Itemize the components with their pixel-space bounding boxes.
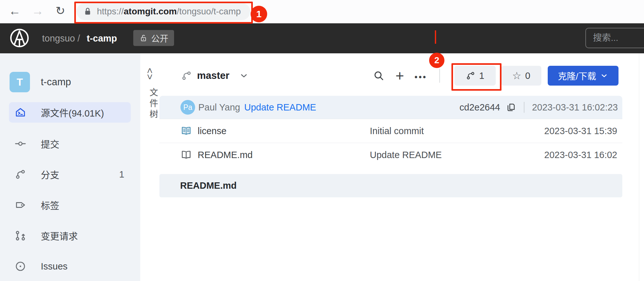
app-header: tongsuo / t-camp 公开 (0, 23, 644, 53)
sidebar-item-label: 提交 (41, 137, 59, 150)
repo-header: T t-camp (0, 72, 140, 92)
sidebar-item-label: 源文件(94.01K) (41, 106, 104, 119)
breadcrumb-repo[interactable]: t-camp (87, 23, 117, 53)
clone-download-label: 克隆/下载 (558, 69, 596, 82)
sidebar-item-source-files[interactable]: 源文件(94.01K) (9, 102, 131, 123)
star-icon: ☆ (512, 71, 522, 81)
file-table: Pa Paul Yang Update README cd2e2644 2023… (159, 96, 622, 167)
readme-title: README.md (180, 174, 622, 197)
file-name[interactable]: README.md (198, 143, 252, 167)
file-commit-message[interactable]: Initial commit (370, 119, 424, 143)
branch-count-badge: 1 (119, 169, 124, 180)
visibility-badge: 公开 (133, 30, 174, 46)
filetree-tab-label[interactable]: 文件树 (140, 88, 159, 120)
sidebar-item-issues[interactable]: Issues (9, 256, 131, 277)
star-count: 0 (525, 71, 530, 81)
repo-avatar: T (10, 72, 30, 92)
pull-request-icon (15, 230, 26, 241)
repo-main: master + ••• (159, 53, 644, 281)
divider (524, 102, 524, 113)
annotation-box-url (74, 2, 253, 24)
current-branch-label: master (197, 70, 230, 81)
add-file-icon[interactable]: + (393, 69, 406, 82)
annotation-box-branches (451, 63, 501, 91)
table-row-license[interactable]: license Initial commit 2023-03-31 15:39 (159, 119, 622, 143)
annotation-step-1: 1 (251, 6, 267, 22)
commit-icon (15, 138, 26, 149)
clone-download-button[interactable]: 克隆/下载 (548, 66, 618, 86)
toolbar-divider (439, 69, 440, 83)
home-code-icon (15, 107, 26, 118)
annotation-step-2: 2 (429, 53, 444, 68)
collapse-filetree-icon[interactable]: <> (142, 65, 158, 84)
commit-message-link[interactable]: Update README (244, 96, 316, 119)
sidebar-item-label: 标签 (41, 198, 59, 212)
breadcrumb-owner[interactable]: tongsuo (42, 23, 75, 53)
commit-hash[interactable]: cd2e2644 (459, 102, 500, 113)
repo-name: t-camp (41, 72, 71, 92)
file-name[interactable]: license (198, 119, 226, 143)
sidebar-item-label: 分支 (41, 168, 59, 181)
file-commit-time: 2023-03-31 15:39 (544, 119, 617, 143)
latest-commit-bar: Pa Paul Yang Update README cd2e2644 2023… (159, 96, 622, 119)
sidebar-item-commits[interactable]: 提交 (9, 133, 131, 154)
avatar: Pa (180, 100, 195, 115)
visibility-badge-label: 公开 (151, 32, 168, 44)
toolbar-icons: + ••• (372, 65, 427, 86)
chevron-down-icon (600, 72, 608, 80)
chevron-down-icon (239, 71, 249, 80)
commit-time: 2023-03-31 16:02:23 (532, 102, 618, 113)
tag-icon (15, 199, 26, 211)
atomgit-logo-icon[interactable] (10, 28, 29, 48)
copy-icon[interactable] (506, 102, 516, 112)
file-commit-time: 2023-03-31 16:02 (544, 143, 617, 167)
more-actions-icon[interactable]: ••• (414, 68, 427, 83)
search-input[interactable] (585, 28, 644, 48)
breadcrumb-separator: / (77, 23, 80, 53)
annotation-pointer-line (435, 30, 436, 44)
branch-icon (181, 70, 192, 81)
search-files-icon[interactable] (372, 69, 385, 82)
browser-reload-icon[interactable]: ↻ (52, 3, 69, 19)
screen: ← → ↻ https://atomgit.com/tongsuo/t-camp… (0, 0, 644, 281)
browser-forward-icon[interactable]: → (29, 3, 46, 19)
readme-book-icon (180, 149, 192, 161)
table-row-readme[interactable]: README.md Update README 2023-03-31 16:02 (159, 143, 622, 167)
sidebar-item-label: 变更请求 (41, 229, 78, 242)
branch-selector[interactable]: master (181, 65, 249, 86)
issue-icon (15, 261, 26, 272)
commit-meta: cd2e2644 2023-03-31 16:02:23 (459, 96, 618, 119)
sidebar-item-branches[interactable]: 分支 1 (9, 164, 131, 185)
sidebar-item-change-requests[interactable]: 变更请求 (9, 225, 131, 246)
sidebar-item-label: Issues (41, 261, 68, 272)
filetree-panel-tab: <> 文件树 (140, 53, 159, 281)
star-button[interactable]: ☆ 0 (501, 66, 541, 86)
file-commit-message[interactable]: Update README (370, 143, 442, 167)
readme-section-header: README.md (159, 174, 622, 197)
repo-sidebar: T t-camp 源文件(94.01K) 提交 (0, 53, 141, 281)
unlock-icon (139, 34, 148, 42)
browser-back-icon[interactable]: ← (6, 3, 23, 19)
divider (639, 53, 639, 281)
license-book-icon (180, 125, 192, 137)
sidebar-item-tags[interactable]: 标签 (9, 195, 131, 215)
commit-author[interactable]: Paul Yang (198, 96, 240, 119)
branch-icon (15, 169, 26, 180)
